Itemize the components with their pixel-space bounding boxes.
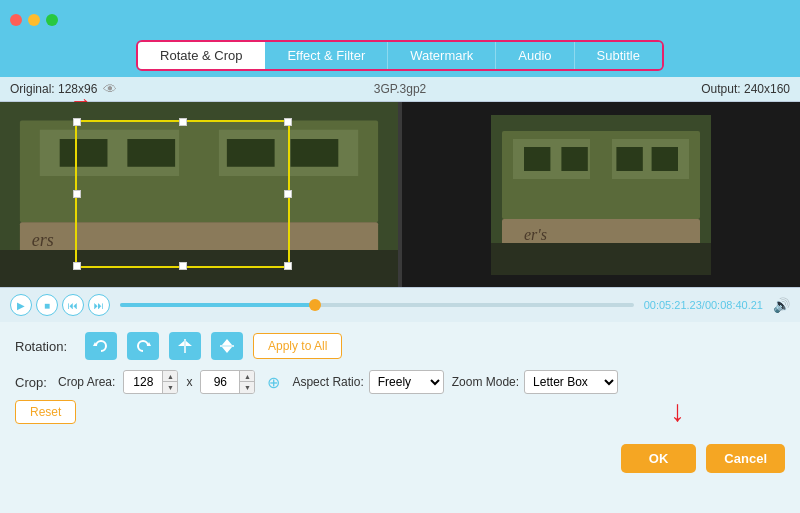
flip-vertical-button[interactable] (211, 332, 243, 360)
x-separator: x (186, 375, 192, 389)
rotate-right-button[interactable] (127, 332, 159, 360)
crop-height-spinners: ▲ ▼ (239, 371, 254, 393)
bottom-bar: ↓ OK Cancel (0, 434, 800, 483)
total-time: 00:08:40.21 (705, 299, 763, 311)
svg-text:ers: ers (32, 230, 54, 250)
play-controls: ▶ ■ ⏮ ⏭ (10, 294, 110, 316)
time-display: 00:05:21.23/00:08:40.21 (644, 299, 763, 311)
crop-handle-bl[interactable] (73, 262, 81, 270)
tab-container: Rotate & Crop Effect & Filter Watermark … (136, 40, 664, 71)
crop-width-spinners: ▲ ▼ (162, 371, 177, 393)
crop-width-input[interactable] (124, 372, 162, 392)
crop-handle-br[interactable] (284, 262, 292, 270)
aspect-ratio-wrap: Aspect Ratio: Freely 16:9 4:3 1:1 (292, 370, 443, 394)
crop-height-input[interactable] (201, 372, 239, 392)
crop-height-input-wrap: ▲ ▼ (200, 370, 255, 394)
crop-label: Crop: (15, 375, 50, 390)
tab-bar: → Rotate & Crop Effect & Filter Watermar… (0, 40, 800, 77)
original-info: Original: 128x96 👁 (10, 81, 205, 97)
eye-icon[interactable]: 👁 (103, 81, 117, 97)
rotate-left-button[interactable] (85, 332, 117, 360)
zoom-mode-label: Zoom Mode: (452, 375, 519, 389)
traffic-lights (10, 14, 58, 26)
crop-frame[interactable] (75, 120, 290, 268)
minimize-button[interactable] (28, 14, 40, 26)
crop-handle-mr[interactable] (284, 190, 292, 198)
filename: 3GP.3gp2 (205, 82, 595, 96)
play-button[interactable]: ▶ (10, 294, 32, 316)
flip-h-icon (177, 338, 193, 354)
rotation-row: Rotation: Apply to All (15, 332, 785, 360)
crop-handle-tl[interactable] (73, 118, 81, 126)
tab-effect-filter[interactable]: Effect & Filter (265, 42, 388, 69)
zoom-mode-select[interactable]: Letter Box Pan & Scan Full (524, 370, 618, 394)
tab-subtitle[interactable]: Subtitle (575, 42, 662, 69)
reset-button[interactable]: Reset (15, 400, 76, 424)
video-scene-right: er's (491, 115, 711, 275)
close-button[interactable] (10, 14, 22, 26)
rotate-right-icon (135, 338, 151, 354)
crop-area-label: Crop Area: (58, 375, 115, 389)
volume-icon[interactable]: 🔊 (773, 297, 790, 313)
rotation-label: Rotation: (15, 339, 75, 354)
crop-height-down[interactable]: ▼ (240, 382, 254, 393)
video-area: ers (0, 102, 800, 287)
aspect-ratio-label: Aspect Ratio: (292, 375, 363, 389)
next-frame-button[interactable]: ⏭ (88, 294, 110, 316)
down-arrow-indicator: ↓ (670, 394, 685, 428)
crosshair-icon: ⊕ (267, 373, 280, 392)
crop-row: Crop: Crop Area: ▲ ▼ x ▲ ▼ ⊕ Aspect Rati… (15, 370, 785, 394)
flip-horizontal-button[interactable] (169, 332, 201, 360)
tab-audio[interactable]: Audio (496, 42, 574, 69)
zoom-mode-wrap: Zoom Mode: Letter Box Pan & Scan Full (452, 370, 618, 394)
video-preview-right: er's (491, 115, 711, 275)
svg-rect-7 (291, 139, 339, 167)
crop-width-up[interactable]: ▲ (163, 371, 177, 382)
current-time: 00:05:21.23 (644, 299, 702, 311)
svg-text:er's: er's (524, 225, 547, 242)
video-right-panel: er's (402, 102, 800, 287)
timeline-bar: ▶ ■ ⏮ ⏭ 00:05:21.23/00:08:40.21 🔊 (0, 287, 800, 322)
rotate-left-icon (93, 338, 109, 354)
crop-height-up[interactable]: ▲ (240, 371, 254, 382)
video-left-panel: ers (0, 102, 398, 287)
svg-rect-17 (616, 147, 642, 171)
svg-rect-15 (524, 147, 550, 171)
crop-width-input-wrap: ▲ ▼ (123, 370, 178, 394)
flip-v-icon (219, 338, 235, 354)
stop-button[interactable]: ■ (36, 294, 58, 316)
crop-handle-bm[interactable] (179, 262, 187, 270)
maximize-button[interactable] (46, 14, 58, 26)
crop-width-down[interactable]: ▼ (163, 382, 177, 393)
ok-button[interactable]: OK (621, 444, 697, 473)
progress-fill (120, 303, 315, 307)
svg-rect-18 (652, 147, 678, 171)
info-bar: Original: 128x96 👁 3GP.3gp2 Output: 240x… (0, 77, 800, 102)
prev-frame-button[interactable]: ⏮ (62, 294, 84, 316)
svg-rect-16 (561, 147, 587, 171)
title-bar (0, 0, 800, 40)
crop-handle-tm[interactable] (179, 118, 187, 126)
tab-rotate-crop[interactable]: Rotate & Crop (138, 42, 265, 69)
tab-watermark[interactable]: Watermark (388, 42, 496, 69)
svg-rect-21 (491, 243, 711, 275)
crop-handle-ml[interactable] (73, 190, 81, 198)
progress-thumb[interactable] (309, 299, 321, 311)
aspect-ratio-select[interactable]: Freely 16:9 4:3 1:1 (369, 370, 444, 394)
output-label: Output: 240x160 (595, 82, 790, 96)
cancel-button[interactable]: Cancel (706, 444, 785, 473)
apply-to-all-button[interactable]: Apply to All (253, 333, 342, 359)
crop-handle-tr[interactable] (284, 118, 292, 126)
progress-track[interactable] (120, 303, 634, 307)
